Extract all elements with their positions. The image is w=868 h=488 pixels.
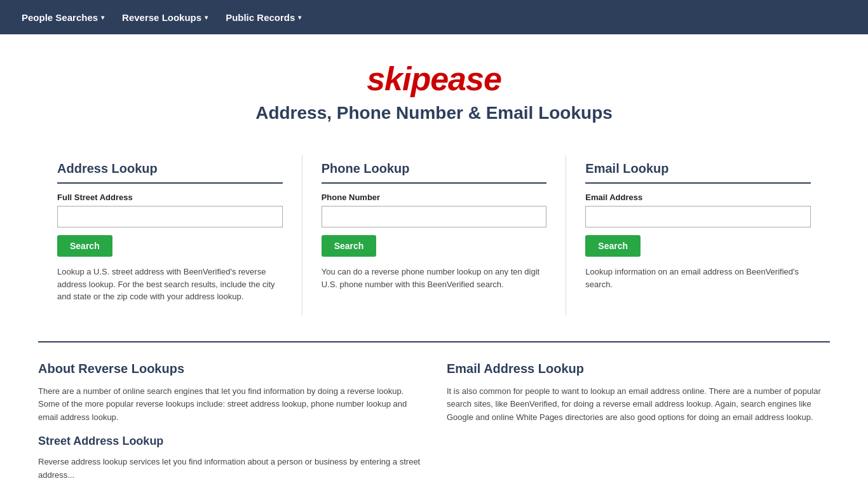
email-input[interactable] <box>585 206 811 227</box>
nav-public-records[interactable]: Public Records ▾ <box>217 2 310 33</box>
nav-people-searches-label: People Searches <box>22 12 98 23</box>
nav-people-searches-arrow: ▾ <box>101 14 104 21</box>
address-input[interactable] <box>57 206 283 227</box>
address-lookup-description: Lookup a U.S. street address with BeenVe… <box>57 266 283 303</box>
bottom-right-col: Email Address Lookup It is also common f… <box>447 362 830 489</box>
site-subtitle: Address, Phone Number & Email Lookups <box>13 103 855 123</box>
address-lookup-heading: Address Lookup <box>57 161 283 184</box>
street-address-sub-heading: Street Address Lookup <box>38 435 421 448</box>
email-lookup-card: Email Lookup Email Address Search Lookup… <box>566 155 830 316</box>
lookup-section: Address Lookup Full Street Address Searc… <box>0 142 868 335</box>
phone-lookup-description: You can do a reverse phone number lookup… <box>322 266 547 290</box>
phone-lookup-card: Phone Lookup Phone Number Search You can… <box>302 155 567 316</box>
address-lookup-card: Address Lookup Full Street Address Searc… <box>38 155 302 316</box>
phone-lookup-heading: Phone Lookup <box>322 161 547 184</box>
section-divider <box>38 341 830 342</box>
email-lookup-description: Lookup information on an email address o… <box>585 266 811 290</box>
nav-public-records-arrow: ▾ <box>298 14 301 21</box>
bottom-left-col: About Reverse Lookups There are a number… <box>38 362 421 489</box>
nav-people-searches[interactable]: People Searches ▾ <box>13 2 113 33</box>
nav-reverse-lookups-label: Reverse Lookups <box>122 12 201 23</box>
street-address-sub-paragraph: Reverse address lookup services let you … <box>38 456 421 482</box>
about-reverse-paragraph: There are a number of online search engi… <box>38 385 421 424</box>
bottom-content: About Reverse Lookups There are a number… <box>0 362 868 489</box>
nav-reverse-lookups-arrow: ▾ <box>205 14 208 21</box>
email-field-label: Email Address <box>585 193 811 202</box>
main-nav: People Searches ▾ Reverse Lookups ▾ Publ… <box>0 0 868 34</box>
address-search-button[interactable]: Search <box>57 235 112 257</box>
about-reverse-heading: About Reverse Lookups <box>38 362 421 376</box>
phone-search-button[interactable]: Search <box>322 235 377 257</box>
email-address-heading: Email Address Lookup <box>447 362 830 376</box>
phone-input[interactable] <box>322 206 547 227</box>
email-search-button[interactable]: Search <box>585 235 641 257</box>
nav-public-records-label: Public Records <box>226 12 295 23</box>
site-title: skipease <box>13 60 855 98</box>
address-field-label: Full Street Address <box>57 193 283 202</box>
email-address-paragraph: It is also common for people to want to … <box>447 385 830 424</box>
email-lookup-heading: Email Lookup <box>585 161 811 184</box>
phone-field-label: Phone Number <box>322 193 547 202</box>
hero-section: skipease Address, Phone Number & Email L… <box>0 34 868 142</box>
nav-reverse-lookups[interactable]: Reverse Lookups ▾ <box>113 2 217 33</box>
